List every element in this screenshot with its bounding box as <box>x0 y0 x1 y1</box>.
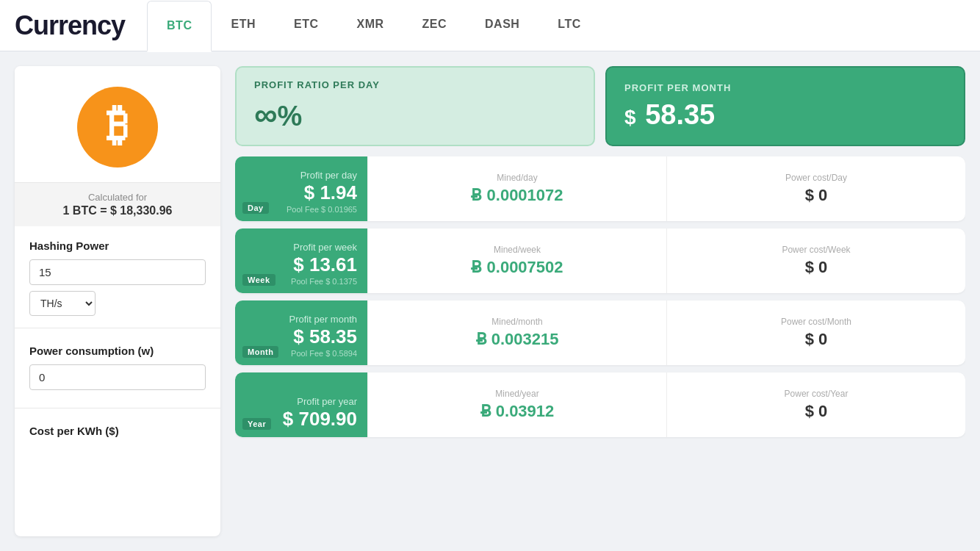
coin-logo-area: ₿ <box>15 66 220 182</box>
power-value-year: $ 0 <box>805 402 828 421</box>
row-cells-month: Mined/month Ƀ 0.003215 Power cost/Month … <box>367 300 965 365</box>
mined-value-month: Ƀ 0.003215 <box>476 330 559 349</box>
mined-cell-week: Mined/week Ƀ 0.0007502 <box>367 228 666 293</box>
header: Currency BTC ETH ETC XMR ZEC DASH LTC <box>0 0 980 51</box>
currency-tabs: BTC ETH ETC XMR ZEC DASH LTC <box>147 0 600 51</box>
row-left-month: Profit per month $ 58.35 Pool Fee $ 0.58… <box>235 300 367 365</box>
summary-cards: PROFIT RATIO PER DAY ∞% PROFIT PER MONTH… <box>235 66 965 146</box>
profit-value-month: $ 58.35 <box>245 326 357 347</box>
profit-ratio-card: PROFIT RATIO PER DAY ∞% <box>235 66 595 146</box>
profit-title-month: Profit per month <box>245 314 357 325</box>
power-cell-week: Power cost/Week $ 0 <box>666 228 965 293</box>
tab-xmr[interactable]: XMR <box>337 0 403 51</box>
profit-title-year: Profit per year <box>245 396 357 407</box>
tab-dash[interactable]: DASH <box>466 0 538 51</box>
data-rows: Profit per day $ 1.94 Pool Fee $ 0.01965… <box>235 156 965 536</box>
table-row: Profit per year $ 709.90 Year Mined/year… <box>235 372 965 437</box>
row-cells-year: Mined/year Ƀ 0.03912 Power cost/Year $ 0 <box>367 372 965 437</box>
row-left-week: Profit per week $ 13.61 Pool Fee $ 0.137… <box>235 228 367 293</box>
table-row: Profit per month $ 58.35 Pool Fee $ 0.58… <box>235 300 965 365</box>
power-value-month: $ 0 <box>805 330 828 349</box>
period-label-year: Year <box>242 418 271 430</box>
profit-title-week: Profit per week <box>245 242 357 253</box>
btc-symbol: ₿ <box>107 104 129 148</box>
hashing-power-label: Hashing Power <box>29 240 206 252</box>
coin-logo: ₿ <box>77 87 158 168</box>
power-label-day: Power cost/Day <box>785 173 847 183</box>
tab-etc[interactable]: ETC <box>275 0 338 51</box>
page-title: Currency <box>15 10 125 41</box>
table-row: Profit per day $ 1.94 Pool Fee $ 0.01965… <box>235 156 965 221</box>
profit-title-day: Profit per day <box>245 170 357 181</box>
calculated-for-label: Calculated for <box>15 192 220 203</box>
power-cell-day: Power cost/Day $ 0 <box>666 156 965 221</box>
power-consumption-section: Power consumption (w) <box>15 331 220 405</box>
right-panel: PROFIT RATIO PER DAY ∞% PROFIT PER MONTH… <box>235 66 965 536</box>
mined-cell-day: Mined/day Ƀ 0.0001072 <box>367 156 666 221</box>
mined-label-month: Mined/month <box>491 317 542 327</box>
hashing-power-input[interactable] <box>29 259 206 285</box>
tab-ltc[interactable]: LTC <box>538 0 599 51</box>
mined-value-week: Ƀ 0.0007502 <box>471 258 563 277</box>
mined-cell-year: Mined/year Ƀ 0.03912 <box>367 372 666 437</box>
period-label-month: Month <box>242 346 278 358</box>
profit-value-day: $ 1.94 <box>245 182 357 204</box>
power-consumption-input[interactable] <box>29 364 206 390</box>
profit-ratio-value: ∞% <box>254 96 576 133</box>
profit-per-month-value: $ 58.35 <box>624 99 946 131</box>
row-cells-day: Mined/day Ƀ 0.0001072 Power cost/Day $ 0 <box>367 156 965 221</box>
hashing-power-unit-select[interactable]: TH/s GH/s MH/s KH/s <box>29 291 96 316</box>
row-cells-week: Mined/week Ƀ 0.0007502 Power cost/Week $… <box>367 228 965 293</box>
btc-price: 1 BTC = $ 18,330.96 <box>15 204 220 217</box>
left-panel: ₿ Calculated for 1 BTC = $ 18,330.96 Has… <box>15 66 220 536</box>
cost-per-kwh-label: Cost per KWh ($) <box>29 425 206 437</box>
power-value-day: $ 0 <box>805 186 828 205</box>
power-cell-year: Power cost/Year $ 0 <box>666 372 965 437</box>
tab-btc[interactable]: BTC <box>147 1 212 52</box>
tab-eth[interactable]: ETH <box>212 0 275 51</box>
mined-value-day: Ƀ 0.0001072 <box>471 186 563 205</box>
period-label-week: Week <box>242 274 275 286</box>
mined-label-week: Mined/week <box>494 245 541 255</box>
power-label-year: Power cost/Year <box>785 389 849 399</box>
hashing-power-unit-row: TH/s GH/s MH/s KH/s <box>29 291 206 316</box>
power-consumption-label: Power consumption (w) <box>29 345 206 357</box>
row-left-year: Profit per year $ 709.90 Year <box>235 372 367 437</box>
table-row: Profit per week $ 13.61 Pool Fee $ 0.137… <box>235 228 965 293</box>
power-cell-month: Power cost/Month $ 0 <box>666 300 965 365</box>
mined-label-day: Mined/day <box>497 173 537 183</box>
mined-label-year: Mined/year <box>495 389 538 399</box>
mined-cell-month: Mined/month Ƀ 0.003215 <box>367 300 666 365</box>
power-label-week: Power cost/Week <box>782 245 850 255</box>
main-content: ₿ Calculated for 1 BTC = $ 18,330.96 Has… <box>0 51 980 551</box>
period-label-day: Day <box>242 202 269 214</box>
cost-per-kwh-section: Cost per KWh ($) <box>15 411 220 453</box>
hashing-power-section: Hashing Power TH/s GH/s MH/s KH/s <box>15 226 220 325</box>
profit-value-week: $ 13.61 <box>245 254 357 276</box>
profit-per-month-label: PROFIT PER MONTH <box>624 82 946 93</box>
coin-price-area: Calculated for 1 BTC = $ 18,330.96 <box>15 182 220 226</box>
mined-value-year: Ƀ 0.03912 <box>480 402 555 421</box>
tab-zec[interactable]: ZEC <box>403 0 466 51</box>
row-left-day: Profit per day $ 1.94 Pool Fee $ 0.01965… <box>235 156 367 221</box>
power-label-month: Power cost/Month <box>781 317 851 327</box>
profit-per-month-card: PROFIT PER MONTH $ 58.35 <box>605 66 965 146</box>
profit-ratio-label: PROFIT RATIO PER DAY <box>254 79 576 90</box>
power-value-week: $ 0 <box>805 258 828 277</box>
